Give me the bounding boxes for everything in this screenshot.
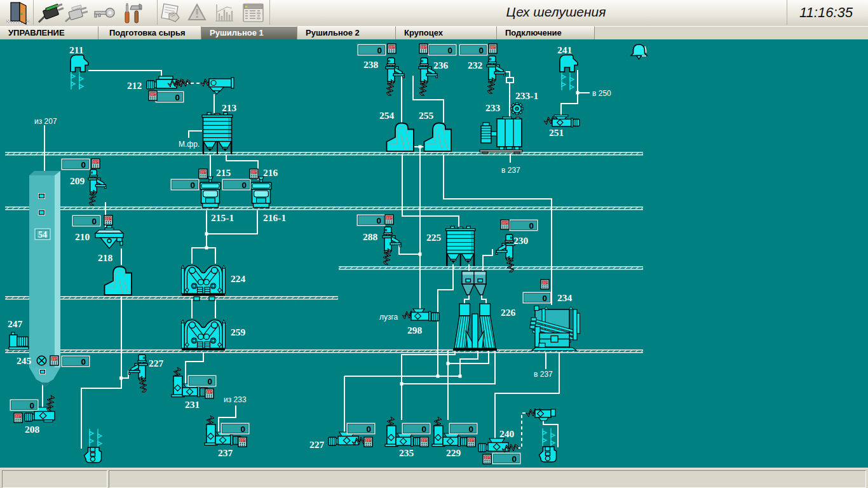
svg-text:236: 236 — [433, 60, 449, 71]
svg-text:в 250: в 250 — [592, 89, 611, 98]
svg-text:215-1: 215-1 — [211, 212, 234, 223]
svg-text:в 237: в 237 — [501, 166, 520, 175]
svg-text:212: 212 — [127, 80, 142, 91]
svg-text:288: 288 — [363, 231, 378, 242]
svg-text:210: 210 — [75, 231, 90, 242]
svg-text:230: 230 — [513, 235, 529, 246]
svg-text:224: 224 — [231, 273, 246, 284]
svg-text:из 233: из 233 — [224, 395, 247, 404]
svg-text:238: 238 — [363, 59, 379, 70]
svg-text:229: 229 — [446, 447, 461, 458]
svg-text:231: 231 — [185, 399, 200, 410]
svg-text:54: 54 — [38, 230, 47, 240]
svg-text:298: 298 — [407, 325, 423, 336]
svg-text:227: 227 — [309, 439, 325, 450]
svg-text:226: 226 — [501, 307, 516, 318]
svg-text:233-1: 233-1 — [515, 90, 538, 101]
svg-text:234: 234 — [557, 292, 573, 303]
svg-text:лузга: лузга — [379, 313, 398, 322]
svg-text:208: 208 — [25, 424, 40, 435]
svg-text:213: 213 — [222, 102, 237, 113]
svg-text:235: 235 — [399, 447, 414, 458]
svg-text:209: 209 — [70, 175, 85, 186]
svg-text:232: 232 — [468, 60, 483, 71]
svg-text:241: 241 — [557, 44, 572, 55]
svg-text:216-1: 216-1 — [263, 212, 286, 223]
svg-text:254: 254 — [379, 110, 395, 121]
svg-text:211: 211 — [69, 44, 83, 55]
svg-text:218: 218 — [98, 252, 113, 263]
svg-text:237: 237 — [218, 447, 233, 458]
svg-text:245: 245 — [17, 355, 32, 366]
svg-text:в 237: в 237 — [534, 370, 553, 379]
svg-text:233: 233 — [485, 102, 501, 113]
svg-text:227: 227 — [149, 358, 164, 369]
svg-text:225: 225 — [426, 232, 442, 243]
svg-text:216: 216 — [263, 167, 278, 178]
svg-text:251: 251 — [549, 127, 564, 138]
svg-text:М.фр.: М.фр. — [179, 140, 200, 149]
svg-text:215: 215 — [216, 167, 231, 178]
svg-text:255: 255 — [419, 110, 434, 121]
svg-text:259: 259 — [231, 327, 246, 337]
svg-text:247: 247 — [8, 318, 23, 329]
svg-text:240: 240 — [499, 428, 515, 439]
svg-text:из 207: из 207 — [34, 117, 57, 126]
